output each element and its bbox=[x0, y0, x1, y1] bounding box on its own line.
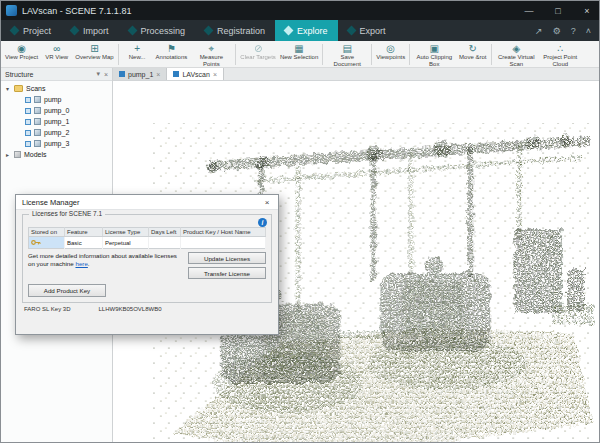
tab-close-icon[interactable]: × bbox=[156, 71, 160, 78]
ribbon-tab-icon bbox=[70, 26, 80, 36]
vr-view-button[interactable]: ∞VR View bbox=[40, 42, 73, 67]
tree-expander-icon[interactable]: ▸ bbox=[4, 151, 11, 158]
column-header-license-type[interactable]: License Type bbox=[103, 228, 149, 237]
license-product-key-cell bbox=[181, 237, 266, 249]
info-icon[interactable]: i bbox=[258, 218, 267, 227]
dialog-title-bar[interactable]: License Manager × bbox=[16, 195, 278, 210]
license-table-row[interactable]: Basic Perpetual bbox=[29, 237, 266, 249]
tree-item-pump-2[interactable]: pump_2 bbox=[1, 127, 112, 138]
clear-targets-button: ⊘Clear Targets bbox=[238, 42, 278, 67]
maximize-button[interactable]: □ bbox=[546, 1, 570, 20]
scan-visibility-checkbox[interactable] bbox=[25, 130, 31, 136]
dialog-footer: FARO SL Key 3D LLHW9KB05OVL8WB0 bbox=[22, 303, 272, 315]
scan-visibility-checkbox[interactable] bbox=[25, 119, 31, 125]
new-selection-button[interactable]: ▦New Selection bbox=[278, 42, 320, 67]
column-header-stored-on[interactable]: Stored on bbox=[29, 228, 65, 237]
column-header-days-left[interactable]: Days Left bbox=[149, 228, 181, 237]
tree-item-label: Scans bbox=[26, 85, 45, 92]
toolbar-item-label: Annotations bbox=[156, 54, 188, 61]
overview-map-button[interactable]: ⊞Overview Map bbox=[73, 42, 115, 67]
toolbar-separator bbox=[491, 44, 492, 65]
toolbar-item-label: New Selection bbox=[280, 54, 318, 61]
dialog-title: License Manager bbox=[22, 198, 80, 207]
move-rotate-button[interactable]: ↻Move &rot bbox=[456, 42, 489, 67]
scan-visibility-checkbox[interactable] bbox=[25, 97, 31, 103]
window-title: LAVscan - SCENE 7.1.1.81 bbox=[22, 6, 512, 16]
add-product-key-button[interactable]: Add Product Key bbox=[28, 284, 106, 297]
structure-panel-header: Structure ▾ × bbox=[1, 68, 112, 81]
scan-visibility-checkbox[interactable] bbox=[25, 141, 31, 147]
ribbon-tab-bar: ProjectImportProcessingRegistrationExplo… bbox=[1, 20, 599, 41]
ribbon-tab-project[interactable]: Project bbox=[1, 20, 61, 41]
here-link[interactable]: here bbox=[75, 260, 87, 267]
ribbon-tab-label: Processing bbox=[141, 26, 186, 36]
help-icon[interactable]: ? bbox=[571, 26, 576, 36]
tree-item-label: pump_2 bbox=[44, 129, 69, 136]
column-header-feature[interactable]: Feature bbox=[65, 228, 103, 237]
settings-gear-icon[interactable]: ⚙ bbox=[553, 26, 561, 36]
ribbon-tab-export[interactable]: Export bbox=[338, 20, 396, 41]
toolbar-item-label: Move &rot bbox=[459, 54, 486, 61]
toolbar-separator bbox=[118, 44, 119, 65]
panel-menu-icon[interactable]: ▾ bbox=[96, 70, 100, 78]
document-tab-icon bbox=[119, 71, 125, 77]
close-button[interactable]: × bbox=[575, 1, 599, 20]
move-rotate-icon: ↻ bbox=[469, 43, 477, 54]
auto-clipping-box-icon: ▣ bbox=[430, 43, 439, 54]
viewpoints-button[interactable]: ◎Viewpoints bbox=[374, 42, 407, 67]
view-project-button[interactable]: ◉View Project bbox=[3, 42, 40, 67]
scan-icon bbox=[34, 107, 41, 114]
tree-item-scans[interactable]: ▾Scans bbox=[1, 83, 112, 94]
scan-visibility-checkbox[interactable] bbox=[25, 108, 31, 114]
tree-item-pump-1[interactable]: pump_1 bbox=[1, 116, 112, 127]
document-tab-pump-1[interactable]: pump_1× bbox=[113, 68, 167, 80]
new-icon: + bbox=[134, 43, 140, 54]
tab-close-icon[interactable]: × bbox=[213, 71, 217, 78]
application-window: LAVscan - SCENE 7.1.1.81 — □ × ProjectIm… bbox=[0, 0, 600, 443]
title-bar: LAVscan - SCENE 7.1.1.81 — □ × bbox=[1, 1, 599, 20]
auto-clipping-box-button[interactable]: ▣Auto Clipping Box bbox=[412, 42, 456, 67]
toolbar-separator bbox=[322, 44, 323, 65]
ribbon-tab-registration[interactable]: Registration bbox=[195, 20, 275, 41]
create-virtual-scan-button[interactable]: ◈Create Virtual Scan bbox=[494, 42, 538, 67]
toolbar-item-label: Clear Targets bbox=[240, 54, 276, 61]
ribbon-tab-import[interactable]: Import bbox=[61, 20, 119, 41]
dialog-close-icon[interactable]: × bbox=[258, 196, 276, 209]
annotations-icon: ⚑ bbox=[167, 43, 176, 54]
save-document-button[interactable]: ▤Save Document bbox=[325, 42, 369, 67]
ribbon-right-icons: ↗⚙?˄ bbox=[535, 20, 599, 41]
license-table[interactable]: Stored onFeatureLicense TypeDays LeftPro… bbox=[28, 227, 266, 249]
folder-icon bbox=[14, 85, 23, 92]
annotations-button[interactable]: ⚑Annotations bbox=[154, 42, 190, 67]
tree-item-models[interactable]: ▸Models bbox=[1, 149, 112, 160]
column-header-product-key-host-name[interactable]: Product Key / Host Name bbox=[181, 228, 266, 237]
collapse-ribbon-icon[interactable]: ˄ bbox=[586, 26, 591, 36]
ribbon-tab-explore[interactable]: Explore bbox=[275, 20, 338, 41]
license-info-text: Get more detailed information about avai… bbox=[28, 252, 183, 279]
folder-icon bbox=[14, 151, 21, 158]
transfer-license-button[interactable]: Transfer License bbox=[188, 267, 266, 279]
ribbon-toolbar: ◉View Project∞VR View⊞Overview Map+New..… bbox=[1, 41, 599, 68]
panel-close-icon[interactable]: × bbox=[104, 71, 108, 78]
ribbon-tab-processing[interactable]: Processing bbox=[119, 20, 196, 41]
undock-icon[interactable]: ↗ bbox=[535, 26, 543, 36]
new-button[interactable]: +New... bbox=[121, 42, 154, 67]
minimize-button[interactable]: — bbox=[517, 1, 541, 20]
toolbar-item-label: Save Document bbox=[327, 54, 367, 67]
licenses-group-title: Licenses for SCENE 7.1 bbox=[29, 210, 105, 217]
toolbar-separator bbox=[371, 44, 372, 65]
document-tab-label: LAVscan bbox=[182, 71, 210, 78]
tree-expander-icon[interactable]: ▾ bbox=[4, 85, 11, 92]
scan-icon bbox=[34, 96, 41, 103]
project-point-cloud-button[interactable]: ∴Project Point Cloud bbox=[538, 42, 582, 67]
create-virtual-scan-icon: ◈ bbox=[512, 43, 520, 54]
update-licenses-button[interactable]: Update Licenses bbox=[188, 252, 266, 264]
ribbon-tab-label: Import bbox=[83, 26, 109, 36]
tree-item-pump[interactable]: pump bbox=[1, 94, 112, 105]
measure-points-icon: ⌖ bbox=[208, 43, 214, 54]
tree-item-pump-3[interactable]: pump_3 bbox=[1, 138, 112, 149]
license-stored-on-cell[interactable] bbox=[29, 237, 65, 249]
document-tab-lavscan[interactable]: LAVscan× bbox=[167, 68, 224, 80]
tree-item-pump-0[interactable]: pump_0 bbox=[1, 105, 112, 116]
measure-points-button[interactable]: ⌖Measure Points bbox=[189, 42, 233, 67]
